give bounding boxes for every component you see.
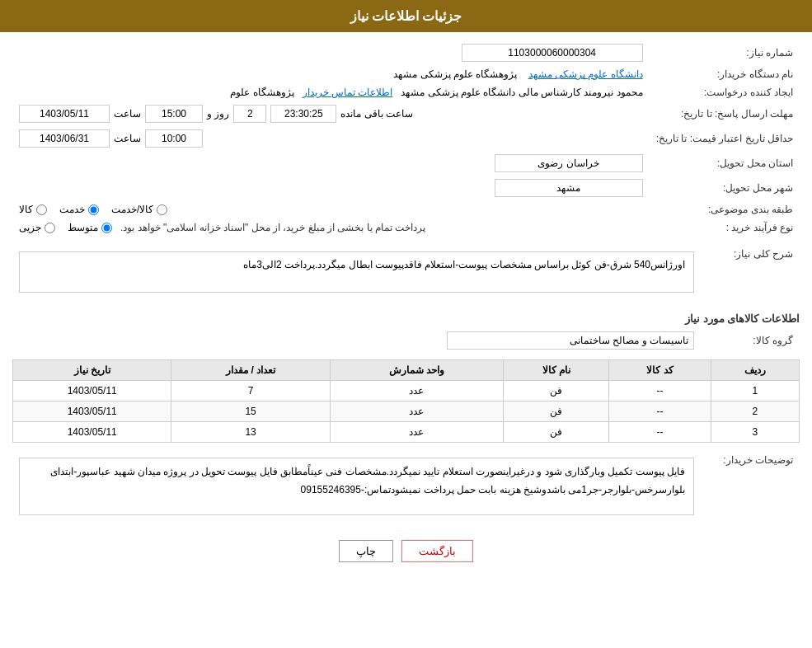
cell-tedad: 7 [171, 381, 330, 401]
shahr-label: شهر محل تحویل: [650, 176, 800, 200]
mohlat-rooz-label: روز و [207, 108, 229, 120]
tabaqe-option-kala[interactable]: کالا [19, 204, 47, 215]
ijad-konande-link[interactable]: اطلاعات تماس خریدار [303, 87, 393, 98]
col-kod: کد کالا [609, 360, 711, 381]
hadaqal-time-label: ساعت [114, 133, 141, 144]
cell-tedad: 15 [171, 401, 330, 422]
mohlat-time-label: ساعت [114, 108, 141, 120]
cell-kod: -- [609, 422, 711, 443]
noe-farayand-label: نوع فرآیند خرید : [650, 218, 800, 237]
ostan-value: خراسان رضوی [495, 154, 643, 172]
ijad-konande-name: محمود نیرومند کارشناس مالی دانشگاه علوم … [401, 87, 642, 98]
sharh-label: شرح کلی نیاز: [701, 243, 800, 301]
table-row: 2 -- فن عدد 15 1403/05/11 [13, 401, 800, 422]
cell-radif: 1 [711, 381, 799, 401]
cell-radif: 3 [711, 422, 799, 443]
farayand-note: پرداخت تمام یا بخشی از مبلغ خرید، از محل… [120, 222, 425, 233]
cell-kod: -- [609, 381, 711, 401]
col-radif: ردیف [711, 360, 799, 381]
cell-vahed: عدد [330, 381, 504, 401]
group-kala-label: گروه کالا: [701, 328, 800, 353]
namedastgah-value2: پژوهشگاه علوم پزشکی مشهد [393, 68, 517, 80]
cell-radif: 2 [711, 401, 799, 422]
hadaqal-label: حداقل تاریخ اعتبار قیمت: تا تاریخ: [650, 126, 800, 151]
cell-tarikh: 1403/05/11 [13, 381, 171, 401]
col-tedad: تعداد / مقدار [171, 360, 330, 381]
tozihat-label: توضیحات خریدار: [701, 449, 800, 524]
kala-table: ردیف کد کالا نام کالا واحد شمارش تعداد /… [12, 359, 800, 443]
table-row: 3 -- فن عدد 13 1403/05/11 [13, 422, 800, 443]
shahr-value: مشهد [495, 179, 643, 197]
cell-tedad: 13 [171, 422, 330, 443]
mohlat-saat-label: ساعت باقی مانده [340, 108, 413, 120]
cell-vahed: عدد [330, 401, 504, 422]
col-tarikh: تاریخ نیاز [13, 360, 171, 381]
mohlat-label: مهلت ارسال پاسخ: تا تاریخ: [650, 101, 800, 126]
tabaqe-option-kala-khedmat[interactable]: کالا/خدمت [111, 204, 167, 215]
back-button[interactable]: بازگشت [401, 540, 473, 562]
namedastgah-label: نام دستگاه خریدار: [650, 65, 800, 83]
ijad-konande-label: ایجاد کننده درخواست: [650, 83, 800, 101]
mohlat-date: 1403/05/11 [19, 105, 110, 123]
mohlat-rooz: 2 [233, 105, 266, 123]
ijad-konande-org: پژوهشگاه علوم [230, 87, 293, 98]
farayand-option-mota[interactable]: متوسط [68, 222, 112, 233]
ostan-label: استان محل تحویل: [650, 151, 800, 176]
cell-naam: فن [504, 401, 609, 422]
hadaqal-time: 10:00 [145, 129, 203, 148]
tabaqe-option-khedmat[interactable]: خدمت [59, 204, 99, 215]
kalaha-title: اطلاعات کالاهای مورد نیاز [12, 308, 800, 328]
page-title: جزئیات اطلاعات نیاز [350, 9, 462, 23]
shomare-niaz-label: شماره نیاز: [650, 40, 800, 65]
cell-naam: فن [504, 422, 609, 443]
table-row: 1 -- فن عدد 7 1403/05/11 [13, 381, 800, 401]
cell-vahed: عدد [330, 422, 504, 443]
tabaqe-label: طبقه بندی موضوعی: [650, 200, 800, 218]
col-vahed: واحد شمارش [330, 360, 504, 381]
mohlat-time: 15:00 [145, 105, 203, 123]
farayand-option-jozi[interactable]: جزیی [19, 222, 55, 233]
tozihat-value: فایل پیوست تکمیل وبارگذاری شود و درغیرای… [19, 458, 694, 515]
cell-tarikh: 1403/05/11 [13, 422, 171, 443]
sharh-value: اورژانس540 شرق-فن کوئل براساس مشخصات پیو… [19, 251, 694, 293]
namedastgah-link1[interactable]: دانشگاه علوم پزشکی مشهد [528, 68, 643, 80]
mohlat-remaining: 23:30:25 [270, 105, 336, 123]
group-kala-value: تاسیسات و مصالح ساختمانی [447, 331, 694, 350]
button-group: بازگشت چاپ [12, 530, 800, 572]
shomare-niaz-value: 1103000060000304 [462, 44, 643, 62]
cell-naam: فن [504, 381, 609, 401]
page-header: جزئیات اطلاعات نیاز [0, 0, 812, 32]
print-button[interactable]: چاپ [339, 540, 393, 562]
col-naam: نام کالا [504, 360, 609, 381]
hadaqal-date: 1403/06/31 [19, 129, 110, 148]
cell-kod: -- [609, 401, 711, 422]
cell-tarikh: 1403/05/11 [13, 401, 171, 422]
